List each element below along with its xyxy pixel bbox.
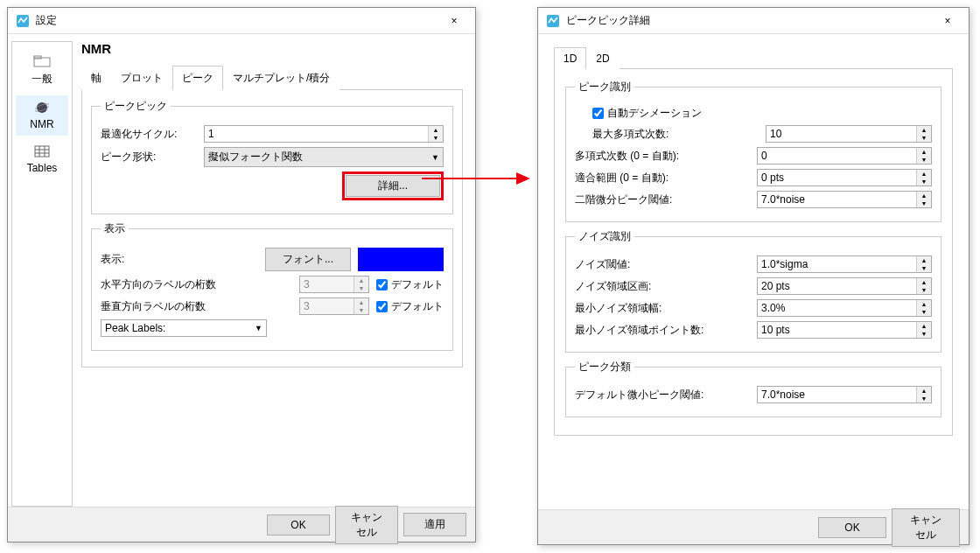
spin-up-icon[interactable]: ▲ [917, 322, 931, 330]
maxpoly-label: 最大多項式次数: [592, 127, 759, 142]
cancel-button[interactable]: キャンセル [892, 508, 960, 547]
tab-1d[interactable]: 1D [554, 47, 586, 69]
dialog-title: 設定 [36, 13, 435, 28]
titlebar: 設定 × [8, 8, 475, 34]
default-tiny-spinner[interactable]: ▲▼ [757, 386, 932, 403]
default-tiny-input[interactable] [758, 387, 916, 402]
show-label: 表示: [101, 252, 232, 267]
shape-value: 擬似フォークト関数 [208, 150, 428, 164]
poly-spinner[interactable]: ▲▼ [757, 147, 932, 164]
poly-label: 多項式次数 (0 = 自動): [575, 149, 750, 164]
spin-up-icon[interactable]: ▲ [917, 126, 931, 134]
vdigits-label: 垂直方向ラベルの桁数 [101, 299, 232, 314]
poly-input[interactable] [758, 148, 916, 164]
noise-minpoints-spinner[interactable]: ▲▼ [757, 321, 932, 339]
spin-down-icon[interactable]: ▼ [917, 156, 931, 164]
ok-button[interactable]: OK [267, 514, 330, 536]
noise-minpoints-input[interactable] [758, 322, 916, 338]
noise-minpoints-label: 最小ノイズ領域ポイント数: [575, 323, 750, 338]
noise-minwidth-input[interactable] [758, 300, 916, 316]
sidebar-item-nmr[interactable]: NMR [16, 95, 68, 136]
detail-highlight: 詳細... [342, 172, 444, 200]
font-button[interactable]: フォント... [265, 248, 351, 271]
apply-button[interactable]: 適用 [403, 513, 466, 536]
tab-peak[interactable]: ピーク [172, 66, 223, 90]
noise-minwidth-spinner[interactable]: ▲▼ [757, 299, 932, 317]
tab-axis[interactable]: 軸 [81, 66, 111, 90]
svg-rect-5 [35, 146, 49, 157]
optcycle-input[interactable] [205, 126, 428, 142]
noise-region-input[interactable] [758, 278, 916, 294]
sidebar-item-label: 一般 [32, 72, 52, 87]
dialog-footer: OK キャンセル [538, 509, 969, 544]
tab-2d[interactable]: 2D [586, 47, 619, 69]
spin-down-icon[interactable]: ▼ [917, 395, 931, 402]
settings-dialog: 設定 × 一般 NMR Tables NMR 軸 プロット ピーク [7, 7, 476, 542]
secondderiv-spinner[interactable]: ▲▼ [757, 191, 932, 208]
spin-down-icon[interactable]: ▼ [917, 264, 931, 272]
fitrange-input[interactable] [758, 170, 916, 186]
detail-button[interactable]: 詳細... [346, 175, 440, 197]
noise-region-label: ノイズ領域区画: [575, 279, 750, 294]
display-legend: 表示 [101, 221, 129, 236]
noise-threshold-input[interactable] [758, 256, 916, 272]
spin-up-icon[interactable]: ▲ [917, 387, 931, 395]
ok-button[interactable]: OK [818, 517, 886, 538]
noise-region-spinner[interactable]: ▲▼ [757, 277, 932, 295]
hdigits-default-checkbox[interactable]: デフォルト [376, 277, 444, 292]
shape-combo[interactable]: 擬似フォークト関数 ▼ [204, 147, 444, 167]
color-button[interactable]: 色の設定 [358, 248, 444, 271]
spin-up-icon[interactable]: ▲ [917, 192, 931, 200]
svg-marker-11 [516, 172, 530, 185]
folder-icon [33, 54, 51, 68]
display-group: 表示 表示: フォント... 色の設定 水平方向のラベルの桁数 ▲▼ [91, 221, 453, 351]
spin-down-icon[interactable]: ▼ [917, 330, 931, 338]
spin-up-icon[interactable]: ▲ [917, 170, 931, 178]
sidebar-item-general[interactable]: 一般 [16, 49, 68, 92]
fitrange-spinner[interactable]: ▲▼ [757, 169, 932, 186]
spin-down-icon[interactable]: ▼ [917, 286, 931, 294]
vdigits-default-checkbox[interactable]: デフォルト [376, 299, 444, 314]
secondderiv-input[interactable] [758, 192, 916, 207]
optcycle-spinner[interactable]: ▲▼ [204, 125, 444, 143]
peakpick-legend: ピークピック [101, 99, 171, 114]
dialog-footer: OK キャンセル 適用 [8, 507, 475, 542]
noise-threshold-spinner[interactable]: ▲▼ [757, 256, 932, 273]
spin-up-icon[interactable]: ▲ [429, 126, 443, 134]
maxpoly-input[interactable] [766, 126, 916, 142]
spin-up-icon[interactable]: ▲ [917, 278, 931, 286]
fitrange-label: 適合範囲 (0 = 自動): [575, 171, 750, 186]
close-icon: × [944, 15, 950, 27]
spin-down-icon[interactable]: ▼ [429, 134, 443, 142]
auto-decimation-checkbox[interactable]: 自動デシメーション [592, 106, 702, 121]
app-icon [545, 13, 561, 29]
noise-ident-legend: ノイズ識別 [575, 229, 634, 244]
spin-down-icon[interactable]: ▼ [917, 200, 931, 207]
tab-panel-1d: ピーク識別 自動デシメーション 最大多項式次数: ▲▼ 多項式次数 (0 = 自… [554, 69, 953, 436]
chevron-down-icon: ▼ [431, 153, 439, 162]
spin-down-icon: ▼ [354, 306, 368, 314]
spin-down-icon[interactable]: ▼ [917, 134, 931, 142]
spin-up-icon[interactable]: ▲ [917, 300, 931, 308]
spin-down-icon[interactable]: ▼ [917, 308, 931, 316]
close-button[interactable]: × [435, 9, 473, 33]
cancel-button[interactable]: キャンセル [335, 506, 398, 544]
spin-down-icon[interactable]: ▼ [917, 178, 931, 186]
maxpoly-spinner[interactable]: ▲▼ [766, 125, 932, 143]
hdigits-label: 水平方向のラベルの桁数 [101, 277, 232, 292]
default-tiny-label: デフォルト微小ピーク閾値: [575, 388, 750, 402]
peak-classify-legend: ピーク分類 [575, 360, 634, 374]
spin-up-icon: ▲ [354, 276, 368, 284]
sidebar-item-label: Tables [27, 162, 58, 174]
vdigits-spinner: ▲▼ [299, 298, 369, 315]
tab-multiplet[interactable]: マルチプレット/積分 [223, 66, 340, 90]
vdigits-input [300, 298, 354, 314]
chevron-down-icon: ▼ [255, 324, 262, 332]
content-area: NMR 軸 プロット ピーク マルチプレット/積分 ピークピック 最適化サイクル… [73, 41, 466, 507]
sidebar-item-tables[interactable]: Tables [16, 139, 68, 179]
tab-plot[interactable]: プロット [111, 66, 172, 90]
close-button[interactable]: × [928, 9, 967, 33]
spin-up-icon[interactable]: ▲ [917, 148, 931, 156]
spin-up-icon[interactable]: ▲ [917, 256, 931, 264]
peaklabels-combo[interactable]: Peak Labels: ▼ [101, 319, 267, 337]
